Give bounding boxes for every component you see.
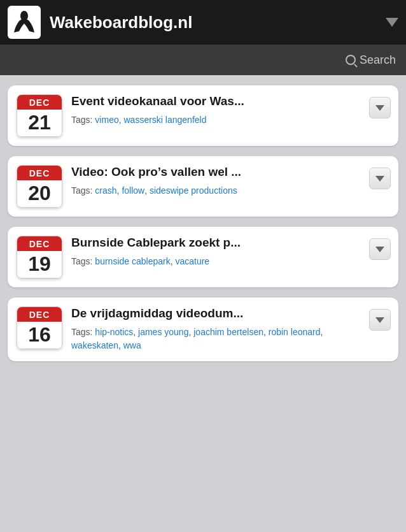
header-chevron-icon[interactable] — [386, 18, 398, 27]
app-header: Wakeboardblog.nl — [0, 0, 406, 45]
card-body: Event videokanaal voor Was...Tags: vimeo… — [71, 94, 360, 127]
search-bar[interactable]: Search — [0, 45, 406, 75]
chevron-down-icon — [375, 247, 384, 252]
card-expand-button[interactable] — [369, 238, 391, 260]
card-tags: Tags: vimeo, wasserski langenfeld — [71, 113, 360, 127]
tag-link[interactable]: vimeo — [95, 115, 118, 125]
tag-link[interactable]: wakeskaten — [71, 340, 118, 350]
chevron-down-icon — [375, 176, 384, 182]
tag-link[interactable]: hip-notics — [95, 327, 133, 337]
chevron-down-icon — [375, 317, 384, 323]
card-title[interactable]: Burnside Cablepark zoekt p... — [71, 236, 360, 250]
tags-label: Tags: — [71, 327, 95, 337]
tags-label: Tags: — [71, 115, 95, 125]
card-expand-button[interactable] — [369, 97, 391, 119]
calendar-icon: DEC 20 — [17, 165, 62, 208]
calendar-icon: DEC 16 — [17, 306, 62, 349]
tags-label: Tags: — [71, 256, 95, 266]
card-body: Burnside Cablepark zoekt p...Tags: burns… — [71, 236, 360, 268]
calendar-day: 20 — [17, 180, 62, 207]
card-body: De vrijdagmiddag videodum...Tags: hip-no… — [71, 306, 360, 352]
tag-link[interactable]: sideswipe productions — [150, 185, 237, 196]
tag-link[interactable]: james young — [138, 327, 188, 337]
calendar-icon: DEC 21 — [17, 94, 62, 137]
list-item: DEC 19 Burnside Cablepark zoekt p...Tags… — [8, 227, 398, 287]
tag-link[interactable]: burnside cablepark — [95, 256, 170, 266]
tag-link[interactable]: vacature — [175, 256, 209, 266]
list-item: DEC 16 De vrijdagmiddag videodum...Tags:… — [8, 298, 398, 361]
card-title[interactable]: Video: Ook pro’s vallen wel ... — [71, 165, 360, 179]
card-title[interactable]: De vrijdagmiddag videodum... — [71, 306, 360, 320]
tags-label: Tags: — [71, 185, 95, 196]
chevron-down-icon — [375, 105, 384, 111]
tag-link[interactable]: crash — [95, 185, 116, 196]
calendar-month: DEC — [17, 166, 62, 180]
card-expand-button[interactable] — [369, 168, 391, 189]
calendar-icon: DEC 19 — [17, 236, 62, 278]
calendar-day: 16 — [17, 322, 62, 349]
calendar-month: DEC — [17, 95, 62, 110]
app-title: Wakeboardblog.nl — [50, 13, 379, 32]
card-expand-button[interactable] — [369, 309, 391, 331]
calendar-month: DEC — [17, 307, 62, 322]
calendar-day: 19 — [17, 251, 62, 278]
card-body: Video: Ook pro’s vallen wel ...Tags: cra… — [71, 165, 360, 198]
list-item: DEC 21 Event videokanaal voor Was...Tags… — [8, 85, 398, 146]
list-item: DEC 20 Video: Ook pro’s vallen wel ...Ta… — [8, 156, 398, 217]
tag-link[interactable]: joachim bertelsen — [193, 327, 263, 337]
calendar-day: 21 — [17, 110, 62, 136]
card-title[interactable]: Event videokanaal voor Was... — [71, 94, 360, 108]
card-tags: Tags: hip-notics, james young, joachim b… — [71, 326, 360, 352]
card-tags: Tags: crash, follow, sideswipe productio… — [71, 184, 360, 198]
card-tags: Tags: burnside cablepark, vacature — [71, 255, 360, 268]
content-area: DEC 21 Event videokanaal voor Was...Tags… — [0, 75, 406, 371]
search-label: Search — [360, 54, 396, 67]
tag-link[interactable]: robin leonard — [269, 327, 321, 337]
tag-link[interactable]: wwa — [123, 340, 141, 350]
tag-link[interactable]: wasserski langenfeld — [124, 115, 207, 125]
calendar-month: DEC — [17, 236, 62, 251]
app-logo — [8, 6, 41, 39]
tag-link[interactable]: follow — [122, 185, 144, 196]
search-button[interactable]: Search — [346, 54, 396, 67]
search-icon — [346, 55, 356, 65]
